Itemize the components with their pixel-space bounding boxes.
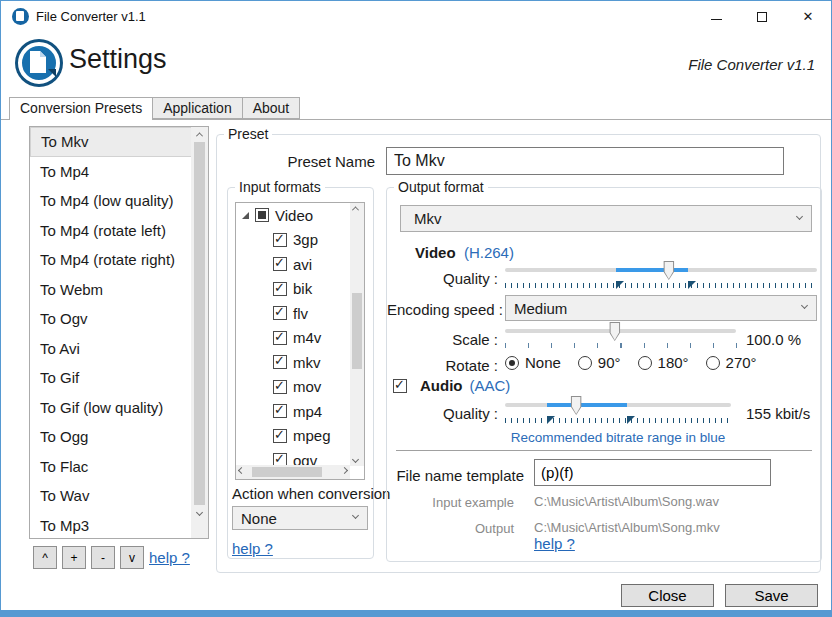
slider-track[interactable] — [505, 329, 736, 333]
tree-item-mov[interactable]: mov — [236, 375, 351, 400]
scrollbar-thumb[interactable] — [194, 142, 205, 505]
tab-conversion-presets[interactable]: Conversion Presets — [9, 97, 153, 120]
list-item-to-mp4[interactable]: To Mp4 — [30, 157, 192, 187]
list-item-to-gif-low-quality[interactable]: To Gif (low quality) — [30, 393, 192, 423]
list-item-to-avi[interactable]: To Avi — [30, 334, 192, 364]
tree-item-avi[interactable]: avi — [236, 252, 351, 277]
tree-vertical-scrollbar[interactable] — [350, 203, 364, 466]
rotate-option-90[interactable]: 90° — [578, 354, 621, 371]
tab-about[interactable]: About — [243, 97, 301, 119]
mpeg-checkbox[interactable] — [273, 429, 287, 443]
scroll-right-icon[interactable] — [341, 467, 348, 474]
file-name-help-link[interactable]: help ? — [534, 535, 575, 552]
preset-list: To MkvTo Mp4To Mp4 (low quality)To Mp4 (… — [29, 126, 209, 539]
tree-item-mp4[interactable]: mp4 — [236, 399, 351, 424]
mkv-checkbox[interactable] — [273, 355, 287, 369]
tree-item-mpeg[interactable]: mpeg — [236, 424, 351, 449]
list-item-to-mp3[interactable]: To Mp3 — [30, 511, 192, 540]
mp4-checkbox[interactable] — [273, 404, 287, 418]
list-item-to-gif[interactable]: To Gif — [30, 363, 192, 393]
scale-slider[interactable] — [505, 322, 736, 340]
audio-enabled-checkbox[interactable] — [393, 379, 407, 393]
list-item-to-mp4-low-quality[interactable]: To Mp4 (low quality) — [30, 186, 192, 216]
audio-codec-label: (AAC) — [470, 377, 511, 394]
close-button[interactable]: Close — [621, 584, 714, 607]
radio-icon[interactable] — [706, 356, 720, 370]
list-item-to-webm[interactable]: To Webm — [30, 275, 192, 305]
radio-icon[interactable] — [578, 356, 592, 370]
tree-item-bik[interactable]: bik — [236, 277, 351, 302]
file-name-template-input[interactable] — [534, 459, 771, 486]
tree-item-3gp[interactable]: 3gp — [236, 228, 351, 253]
bik-checkbox[interactable] — [273, 282, 287, 296]
radio-icon[interactable] — [505, 356, 519, 370]
flv-checkbox[interactable] — [273, 306, 287, 320]
rotate-option-none[interactable]: None — [505, 354, 561, 371]
radio-icon[interactable] — [638, 356, 652, 370]
slider-thumb[interactable] — [571, 396, 582, 415]
file-converter-logo-icon — [15, 39, 63, 87]
output-container-dropdown[interactable]: Mkv — [400, 205, 812, 232]
presets-help-link[interactable]: help ? — [149, 549, 190, 566]
list-item-to-flac[interactable]: To Flac — [30, 452, 192, 482]
conversion-action-dropdown[interactable]: None — [232, 506, 368, 530]
video-category-checkbox[interactable] — [255, 208, 269, 222]
tree-item-label: 3gp — [293, 231, 318, 248]
list-item-to-mkv[interactable]: To Mkv — [30, 127, 192, 157]
input-formats-help-link[interactable]: help ? — [232, 540, 273, 557]
tree-horizontal-scrollbar[interactable] — [236, 465, 350, 479]
remove-preset-button[interactable]: - — [91, 546, 115, 569]
ogv-checkbox[interactable] — [273, 453, 287, 465]
rotate-option-270[interactable]: 270° — [706, 354, 757, 371]
audio-quality-slider[interactable] — [505, 396, 731, 414]
list-item-to-mp4-rotate-right[interactable]: To Mp4 (rotate right) — [30, 245, 192, 275]
tree-item-m4v[interactable]: m4v — [236, 326, 351, 351]
save-button[interactable]: Save — [725, 584, 818, 607]
tab-application[interactable]: Application — [153, 97, 243, 119]
encoding-speed-dropdown[interactable]: Medium — [505, 295, 817, 321]
3gp-checkbox[interactable] — [273, 233, 287, 247]
maximize-button[interactable] — [739, 1, 785, 32]
tree-item-label: bik — [293, 280, 312, 297]
input-formats-tree: Video 3gpavibikflvm4vmkvmovmp4mpegogv — [235, 202, 365, 480]
separator — [396, 450, 812, 451]
add-preset-button[interactable]: + — [62, 546, 86, 569]
tree-item-label: mkv — [293, 354, 321, 371]
slider-thumb[interactable] — [609, 322, 620, 341]
list-item-to-ogg[interactable]: To Ogg — [30, 422, 192, 452]
close-window-button[interactable]: ✕ — [785, 1, 831, 32]
tree-item-label: flv — [293, 305, 308, 322]
tree-item-ogv[interactable]: ogv — [236, 448, 351, 465]
video-quality-ticks — [505, 283, 817, 288]
move-up-button[interactable]: ^ — [33, 546, 57, 569]
preset-list-scrollbar[interactable] — [191, 127, 208, 538]
radio-label: 90° — [598, 354, 621, 371]
scroll-left-icon[interactable] — [238, 467, 245, 474]
m4v-checkbox[interactable] — [273, 331, 287, 345]
scrollbar-thumb[interactable] — [352, 293, 362, 369]
tree-root-row[interactable]: Video — [236, 203, 351, 228]
expander-icon[interactable] — [242, 212, 249, 219]
scroll-up-icon[interactable] — [352, 206, 359, 213]
list-item-to-ogv[interactable]: To Ogv — [30, 304, 192, 334]
video-quality-slider[interactable] — [505, 261, 817, 279]
move-down-button[interactable]: v — [120, 546, 144, 569]
rotate-option-180[interactable]: 180° — [638, 354, 689, 371]
tree-item-mkv[interactable]: mkv — [236, 350, 351, 375]
preset-name-input[interactable] — [386, 147, 784, 175]
tree-item-flv[interactable]: flv — [236, 301, 351, 326]
range-start-marker-icon — [616, 281, 624, 289]
mov-checkbox[interactable] — [273, 380, 287, 394]
scroll-down-icon[interactable] — [352, 456, 359, 463]
list-item-to-wav[interactable]: To Wav — [30, 481, 192, 511]
list-item-to-mp4-rotate-left[interactable]: To Mp4 (rotate left) — [30, 216, 192, 246]
scroll-down-icon[interactable] — [191, 505, 208, 520]
slider-thumb[interactable] — [663, 261, 674, 280]
avi-checkbox[interactable] — [273, 257, 287, 271]
minimize-button[interactable] — [693, 1, 739, 32]
chevron-down-icon — [796, 212, 803, 219]
scrollbar-thumb[interactable] — [252, 467, 322, 477]
scroll-up-icon[interactable] — [191, 127, 208, 142]
tree-item-label: ogv — [293, 452, 317, 465]
radio-label: 180° — [658, 354, 689, 371]
